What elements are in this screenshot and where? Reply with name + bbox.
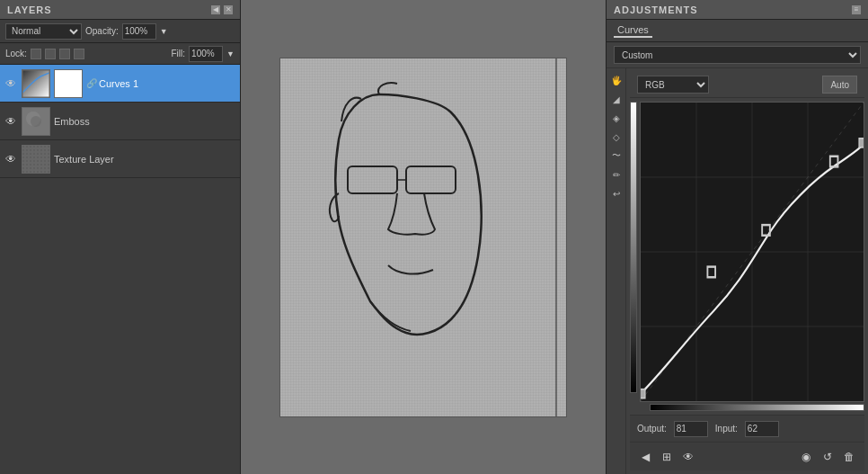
- delete-adj-icon[interactable]: 🗑: [841, 449, 857, 465]
- output-label: Output:: [637, 424, 667, 434]
- layer-item[interactable]: 👁 Emboss: [0, 103, 240, 140]
- svg-rect-20: [641, 389, 645, 398]
- svg-point-3: [31, 116, 41, 127]
- layer-chain-icon: 🔗: [86, 78, 95, 88]
- curves-chart[interactable]: [640, 102, 864, 402]
- layer-thumbnail: [22, 69, 50, 98]
- layers-toolbar: Normal Opacity: ▼: [0, 20, 240, 43]
- visibility-adj-icon[interactable]: ◉: [798, 449, 814, 465]
- tab-curves[interactable]: Curves: [614, 23, 652, 38]
- pencil-tool[interactable]: ✏: [608, 166, 624, 183]
- visibility-icon[interactable]: 👁: [4, 152, 18, 166]
- adj-panel-title: ADJUSTMENTS: [614, 4, 698, 15]
- input-gradient-bar: [650, 404, 864, 411]
- layer-item[interactable]: 👁 🔗 Curves 1: [0, 65, 240, 103]
- preset-select[interactable]: Custom: [614, 46, 861, 64]
- channel-select[interactable]: RGB Red Green Blue: [637, 76, 709, 94]
- input-value-input[interactable]: [745, 421, 779, 437]
- eyedropper-white-tool[interactable]: ◇: [608, 129, 624, 145]
- layers-panel-titlebar: LAYERS ◀ ✕: [0, 0, 240, 20]
- layers-panel: LAYERS ◀ ✕ Normal Opacity: ▼ Lock: Fill:…: [0, 0, 241, 474]
- canvas-area: [241, 0, 606, 474]
- blend-mode-select[interactable]: Normal: [5, 23, 82, 40]
- action-icons-right: ◉ ↺ 🗑: [798, 449, 857, 465]
- lock-all-icon[interactable]: [74, 49, 84, 59]
- layers-list: 👁 🔗 Curves 1 👁 Emboss: [0, 65, 240, 474]
- adj-action-row: ◀ ⊞ 👁 ◉ ↺ 🗑: [630, 442, 864, 470]
- panel-controls: ◀ ✕: [211, 5, 233, 14]
- fill-input[interactable]: [189, 46, 223, 62]
- adj-side-tools: 🖐 ◢ ◈ ◇ 〜 ✏ ↩: [607, 68, 626, 474]
- fill-arrow[interactable]: ▼: [226, 49, 235, 58]
- face-sketch: [307, 76, 523, 373]
- visibility-icon[interactable]: 👁: [4, 114, 18, 129]
- output-value-input[interactable]: [674, 421, 708, 437]
- svg-rect-21: [859, 139, 864, 148]
- reset-adj-icon[interactable]: ↺: [819, 449, 836, 465]
- svg-rect-7: [348, 166, 397, 193]
- layer-name: Curves 1: [99, 78, 236, 89]
- adj-panel-btn[interactable]: ≡: [852, 5, 861, 14]
- svg-rect-8: [406, 166, 456, 193]
- opacity-label: Opacity:: [85, 26, 119, 36]
- panel-close-btn[interactable]: ✕: [224, 5, 233, 14]
- layer-name: Texture Layer: [54, 154, 236, 165]
- fill-label: Fill:: [172, 49, 186, 58]
- layer-item[interactable]: 👁 Texture Layer: [0, 140, 240, 178]
- adj-panel-controls: ≡: [852, 5, 861, 14]
- layer-mask-thumbnail: [54, 69, 83, 98]
- eyedropper-black-tool[interactable]: ◢: [608, 91, 624, 107]
- lock-image-icon[interactable]: [45, 49, 56, 59]
- adj-channel-row: RGB Red Green Blue Auto: [630, 72, 864, 98]
- canvas-texture: [279, 58, 567, 417]
- adj-bottom-row: Output: Input:: [630, 415, 864, 442]
- input-label: Input:: [715, 424, 738, 434]
- svg-rect-17: [707, 267, 715, 278]
- smooth-tool[interactable]: 〜: [608, 148, 624, 164]
- opacity-input[interactable]: [122, 23, 156, 40]
- auto-button[interactable]: Auto: [822, 76, 857, 94]
- adj-preset-row: Custom: [607, 42, 868, 68]
- layers-panel-title: LAYERS: [7, 4, 52, 15]
- undo-tool[interactable]: ↩: [608, 185, 624, 201]
- lock-transparent-icon[interactable]: [31, 49, 41, 59]
- action-icons-left: ◀ ⊞ 👁: [637, 449, 696, 465]
- visibility-icon[interactable]: 👁: [4, 76, 18, 91]
- adj-tabs: Curves: [607, 20, 868, 42]
- lock-position-icon[interactable]: [59, 49, 70, 59]
- layer-name: Emboss: [54, 116, 236, 127]
- svg-rect-6: [22, 146, 49, 173]
- previous-adj-icon[interactable]: ◀: [637, 449, 653, 465]
- opacity-arrow[interactable]: ▼: [160, 27, 168, 36]
- new-adj-icon[interactable]: ⊞: [659, 449, 675, 465]
- lock-label: Lock:: [5, 49, 27, 58]
- eyedropper-gray-tool[interactable]: ◈: [608, 110, 624, 126]
- curves-svg: [641, 103, 864, 401]
- output-gradient-bar: [630, 102, 637, 393]
- panel-minimize-btn[interactable]: ◀: [211, 5, 220, 14]
- adjustments-panel: ADJUSTMENTS ≡ Curves Custom 🖐 ◢ ◈ ◇ 〜 ✏ …: [606, 0, 868, 474]
- eye-adj-icon[interactable]: 👁: [680, 449, 696, 465]
- layer-thumbnail: [22, 145, 50, 174]
- adj-titlebar: ADJUSTMENTS ≡: [607, 0, 868, 20]
- layers-lock-row: Lock: Fill: ▼: [0, 43, 240, 65]
- layer-thumbnail: [22, 107, 50, 136]
- target-adjust-tool[interactable]: 🖐: [608, 72, 624, 88]
